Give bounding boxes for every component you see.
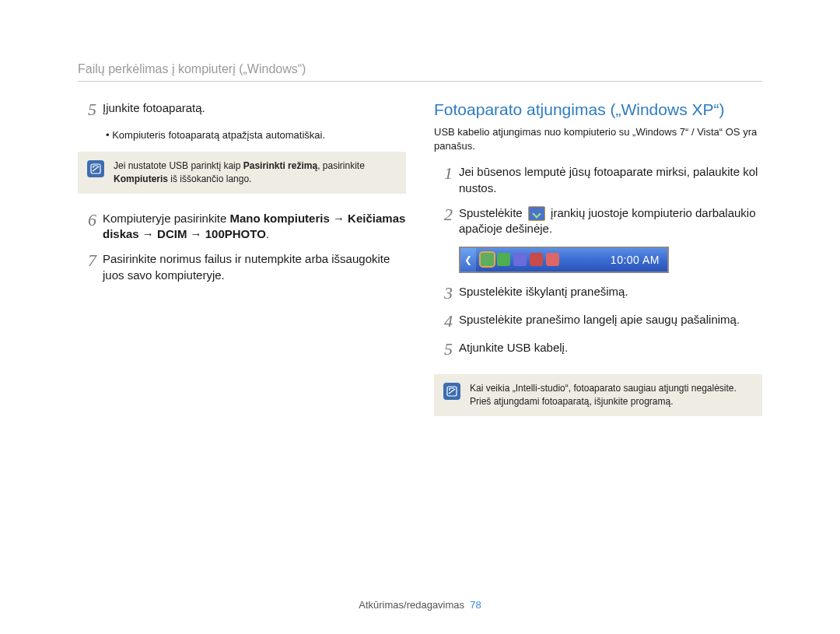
step-6-left: 6 Kompiuteryje pasirinkite Mano kompiute…: [78, 211, 406, 243]
step-5-right: 5 Atjunkite USB kabelį.: [434, 340, 762, 359]
tray-icon: [546, 253, 559, 266]
step-number: 1: [434, 164, 453, 183]
page-footer: Atkūrimas/redagavimas 78: [0, 599, 840, 611]
step-5-left: 5 Įjunkite fotoaparatą.: [78, 100, 406, 119]
right-column: Fotoaparato atjungimas („Windows XP“) US…: [434, 100, 762, 433]
arrow: →: [330, 212, 348, 225]
arrow: →: [187, 227, 205, 240]
note-line: Prieš atjungdami fotoaparatą, išjunkite …: [470, 396, 673, 407]
page-number: 78: [470, 599, 481, 611]
arrow: →: [139, 227, 157, 240]
frag: Kompiuteryje pasirinkite: [103, 212, 229, 225]
frag: .: [266, 227, 269, 240]
note-bold: Kompiuteris: [114, 173, 168, 184]
page-header-title: Failų perkėlimas į kompiuterį („Windows“…: [78, 62, 762, 76]
step-5-bullet: Kompiuteris fotoaparatą atpažįsta automa…: [106, 128, 406, 142]
step-text: Kompiuteryje pasirinkite Mano kompiuteri…: [103, 211, 406, 243]
step-2-right: 2 Spustelėkite įrankių juostoje kompiute…: [434, 205, 762, 237]
note-bold: Pasirinkti režimą: [243, 160, 317, 171]
step-1-right: 1 Jei būsenos lemputė jūsų fotoaparate m…: [434, 164, 762, 196]
note-box-left: Jei nustatote USB parinktį kaip Pasirink…: [78, 152, 406, 194]
bold: 100PHOTO: [205, 227, 266, 240]
note-text: Jei nustatote USB parinktį kaip Pasirink…: [114, 159, 397, 186]
step-number: 7: [78, 251, 96, 270]
step-text: Įjunkite fotoaparatą.: [103, 100, 406, 116]
frag: Spustelėkite: [459, 206, 526, 219]
note-frag: iš iššokančio lango.: [168, 173, 251, 184]
step-text: Atjunkite USB kabelį.: [459, 340, 762, 356]
step-number: 4: [434, 312, 453, 331]
taskbar-chevron-icon: ❮: [460, 248, 476, 271]
tray-safely-remove-icon: [481, 253, 494, 266]
step-3-right: 3 Spustelėkite iškylantį pranešimą.: [434, 284, 762, 303]
step-number: 6: [78, 211, 96, 229]
step-text: Pasirinkite norimus failus ir nutempkite…: [103, 251, 406, 283]
step-text: Spustelėkite įrankių juostoje kompiuteri…: [459, 205, 762, 237]
step-number: 2: [434, 205, 453, 224]
step-7-left: 7 Pasirinkite norimus failus ir nutempki…: [78, 251, 406, 283]
footer-section: Atkūrimas/redagavimas: [359, 599, 464, 611]
section-subtext: USB kabelio atjungimas nuo kompiuterio s…: [434, 125, 762, 153]
tray-icon: [497, 253, 510, 266]
note-frag: , pasirinkite: [317, 160, 365, 171]
left-column: 5 Įjunkite fotoaparatą. Kompiuteris foto…: [78, 100, 406, 433]
tray-volume-icon: [530, 253, 543, 266]
step-4-right: 4 Spustelėkite pranešimo langelį apie sa…: [434, 312, 762, 331]
step-number: 5: [434, 340, 453, 359]
note-box-right: Kai veikia „Intelli-studio“, fotoaparato…: [434, 374, 762, 416]
step-number: 5: [78, 100, 96, 119]
safely-remove-hardware-icon: [528, 206, 545, 221]
step-number: 3: [434, 284, 453, 303]
note-text: Kai veikia „Intelli-studio“, fotoaparato…: [470, 382, 737, 408]
step-text: Spustelėkite iškylantį pranešimą.: [459, 284, 762, 299]
taskbar-image: ❮ 10:00 AM: [459, 247, 669, 273]
header-divider: [78, 81, 762, 82]
tray-icon: [513, 253, 527, 266]
note-line: Kai veikia „Intelli-studio“, fotoaparato…: [470, 383, 737, 394]
note-frag: Jei nustatote USB parinktį kaip: [114, 160, 243, 171]
note-icon: [443, 383, 460, 400]
bold: DCIM: [157, 227, 187, 240]
taskbar-tray-icons: [476, 253, 564, 266]
content-columns: 5 Įjunkite fotoaparatą. Kompiuteris foto…: [78, 100, 762, 433]
page: Failų perkėlimas į kompiuterį („Windows“…: [0, 0, 840, 634]
section-heading: Fotoaparato atjungimas („Windows XP“): [434, 100, 762, 119]
step-text: Jei būsenos lemputė jūsų fotoaparate mir…: [459, 164, 762, 196]
step-text: Spustelėkite pranešimo langelį apie saug…: [459, 312, 762, 328]
bold: Mano kompiuteris: [229, 212, 329, 225]
taskbar-clock: 10:00 AM: [603, 254, 667, 266]
note-icon: [87, 160, 104, 177]
